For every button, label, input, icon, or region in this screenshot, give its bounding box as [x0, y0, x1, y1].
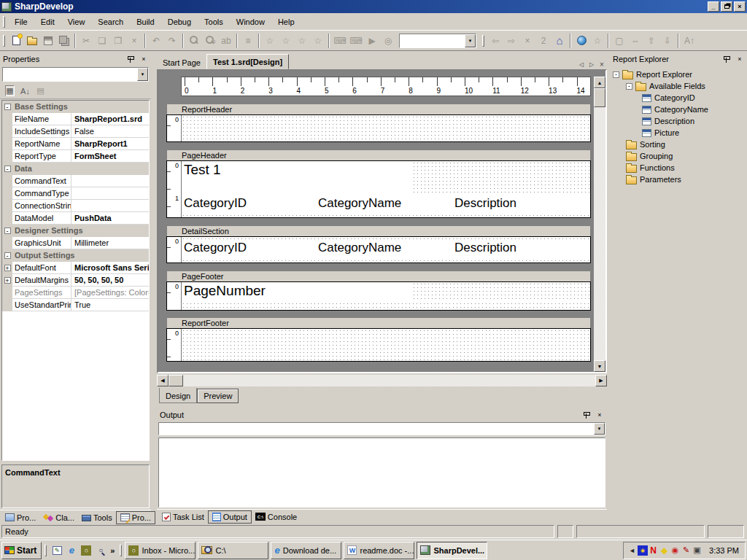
menu-item[interactable]: Window [230, 15, 271, 29]
split-button[interactable]: ⇔ [627, 33, 643, 49]
property-name[interactable]: UseStandartPrir [12, 299, 71, 311]
new-window-button[interactable]: ▢ [611, 33, 627, 49]
expander-icon[interactable]: - [4, 104, 11, 110]
property-name[interactable]: IncludeSettings [12, 125, 71, 138]
scroll-right-icon[interactable]: ▶ [595, 375, 607, 386]
menu-item[interactable]: Help [271, 15, 301, 29]
navigate-back-button[interactable]: ⇦ [487, 33, 503, 49]
scroll-up-icon[interactable]: ▲ [594, 77, 605, 88]
minimize-button[interactable]: _ [708, 1, 719, 12]
taskbar-task-button[interactable]: e Download de... [271, 542, 341, 559]
property-value[interactable]: [PageSettings: Color= [71, 287, 149, 299]
menu-item[interactable]: Edit [34, 15, 61, 29]
scroll-left-icon[interactable]: ◀ [157, 375, 169, 386]
tab-close-icon[interactable]: × [597, 59, 607, 69]
macro-record-button[interactable]: ⌨ [332, 33, 348, 49]
section-reportheader[interactable]: ReportHeader 0 [166, 104, 591, 142]
property-value[interactable]: Millimeter [71, 237, 149, 249]
toolbar-grip[interactable] [482, 35, 484, 47]
quick-launch-overflow-icon[interactable]: » [108, 546, 117, 555]
property-name[interactable]: DefaultFont [12, 262, 71, 274]
expander-icon[interactable]: - [4, 252, 11, 259]
detail-canvas[interactable]: CategoryIDCategoryNameDescription [182, 237, 590, 262]
browser-button[interactable] [573, 33, 589, 49]
column-label[interactable]: CategoryID [184, 196, 247, 211]
tree-item[interactable]: Sorting [610, 139, 747, 150]
run-button[interactable]: ▶ [364, 33, 380, 49]
property-row[interactable]: CommandType [2, 187, 149, 200]
menu-item[interactable]: Build [130, 15, 160, 29]
pad-tab[interactable]: Cla... [39, 511, 78, 524]
menu-grip[interactable] [3, 16, 5, 28]
taskbar-grip[interactable] [120, 545, 122, 556]
property-name[interactable]: PageSettings [12, 287, 71, 299]
property-row[interactable]: - Designer Settings [2, 225, 149, 237]
toolbar-combobox[interactable]: ▼ [399, 34, 476, 48]
clear-bookmarks-button[interactable]: ☆ [310, 33, 326, 49]
replace-button[interactable]: ab [218, 33, 234, 49]
tree-item[interactable]: Functions [610, 162, 747, 174]
volume-icon[interactable]: ◄ [627, 545, 638, 556]
diamond-tray-icon[interactable]: ◆ [659, 545, 670, 556]
undo-button[interactable]: ↶ [148, 33, 164, 49]
property-name[interactable]: ReportType [12, 150, 71, 163]
section-header[interactable]: ReportHeader [166, 104, 591, 114]
property-name[interactable]: CommandType [12, 187, 71, 200]
pad-tab[interactable]: Pro... [1, 511, 39, 524]
property-row[interactable]: ReportType FormSheet [2, 150, 149, 163]
field-label[interactable]: Description [454, 241, 516, 255]
section-detail[interactable]: DetailSection 0 CategoryIDCategoryNameDe… [166, 225, 591, 263]
tree-item[interactable]: - Report Explorer [610, 69, 747, 80]
stop-load-button[interactable]: ◎ [380, 33, 396, 49]
redo-button[interactable]: ↷ [164, 33, 180, 49]
dropdown-icon[interactable]: ▼ [137, 68, 148, 81]
antivirus-icon[interactable]: N [648, 545, 659, 556]
property-name[interactable]: ReportName [12, 138, 71, 150]
document-tab[interactable]: Test 1.srd[Design] [206, 54, 289, 69]
vertical-scrollbar[interactable]: ▲ ▼ [594, 71, 605, 372]
taskbar-grip[interactable] [44, 545, 47, 556]
tree-item[interactable]: Parameters [610, 174, 747, 185]
prev-bookmark-button[interactable]: ☆ [278, 33, 294, 49]
scrollbar-thumb[interactable] [594, 88, 605, 107]
field-label[interactable]: CategoryName [318, 241, 401, 255]
messenger-icon[interactable]: ◉ [638, 545, 648, 556]
sort-alphabetical-button[interactable]: A↑ [681, 33, 697, 49]
document-tab[interactable]: Start Page [157, 55, 206, 69]
network-icon[interactable]: ▣ [692, 545, 703, 556]
property-name[interactable]: DataModel [12, 212, 71, 225]
scrollbar-track[interactable] [594, 107, 605, 360]
property-name[interactable]: Output Settings [12, 249, 77, 262]
taskbar-task-button[interactable]: ○ Inbox - Micro... [125, 542, 196, 559]
ati-icon[interactable]: ◉ [670, 545, 681, 556]
menu-item[interactable]: Tools [198, 15, 230, 29]
property-pages-button[interactable]: ▤ [33, 84, 48, 98]
property-name[interactable]: ConnectionStrin [12, 200, 71, 212]
tree-expander-icon[interactable]: - [613, 71, 619, 78]
tree-item[interactable]: CategoryID [610, 92, 747, 104]
quick-launch-button[interactable]: e [64, 543, 79, 558]
bottom-tab[interactable]: C:\ Console [252, 510, 301, 524]
pin-icon[interactable] [127, 56, 133, 63]
move-down-button[interactable]: ⇩ [659, 33, 676, 49]
delete-button[interactable]: × [126, 33, 142, 49]
next-bookmark-button[interactable]: ☆ [294, 33, 310, 49]
quick-launch-button[interactable]: ○ [93, 543, 108, 558]
pad-tab[interactable]: Tools [78, 511, 116, 524]
save-button[interactable] [40, 33, 56, 49]
property-value[interactable]: FormSheet [71, 150, 149, 163]
property-row[interactable]: CommandText [2, 175, 149, 187]
properties-object-combobox[interactable]: ▼ [2, 67, 149, 82]
property-row[interactable]: - Base Settings [2, 101, 149, 113]
property-value[interactable]: 50, 50, 50, 50 [71, 274, 149, 287]
output-text-area[interactable] [158, 438, 605, 508]
property-name[interactable]: FileName [12, 113, 71, 125]
close-button[interactable]: × [734, 1, 746, 12]
tree-item[interactable]: Description [610, 115, 747, 127]
property-row[interactable]: + DefaultFont Microsoft Sans Seri [2, 262, 149, 274]
menu-item[interactable]: Debug [161, 15, 198, 29]
tree-item[interactable]: - Available Fields [610, 80, 747, 92]
alphabetical-button[interactable]: A↓ [18, 84, 33, 98]
reportheader-canvas[interactable] [182, 115, 590, 141]
comment-button[interactable]: ≡ [240, 33, 256, 49]
